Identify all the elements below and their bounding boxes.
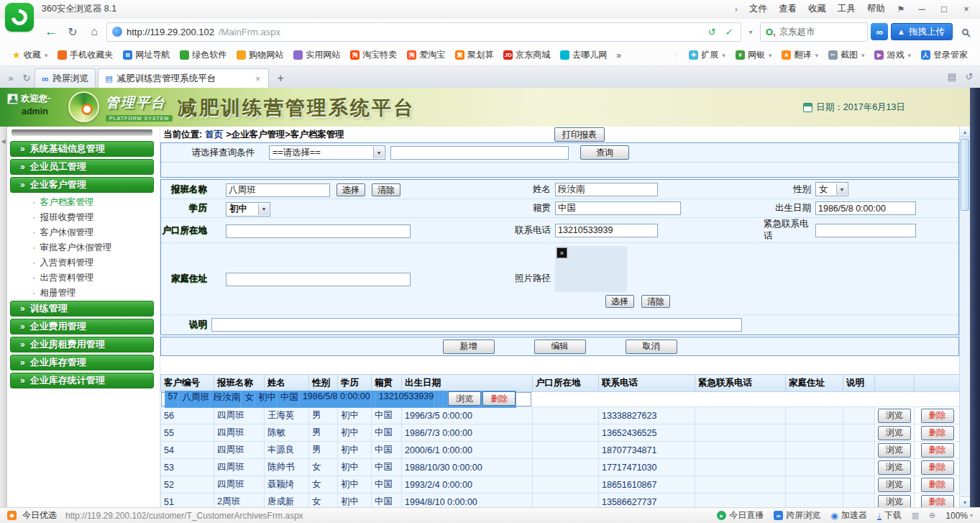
titlebar-menu-item[interactable]: 文件: [743, 1, 773, 17]
browser-logo-icon[interactable]: [5, 3, 34, 32]
table-row[interactable]: 52四周班聂颖绮女初中中国1993/2/4 0:00:0018651610867…: [161, 476, 960, 494]
titlebar-menu-item[interactable]: 查看: [773, 1, 802, 17]
breadcrumb-home-link[interactable]: 首页: [205, 129, 223, 141]
edit-button[interactable]: 编辑: [534, 340, 586, 354]
content-scrollbar[interactable]: ▲ ▼: [959, 127, 970, 507]
table-row[interactable]: 53四周班陈帅书女初中中国1988/10/30 0:00:00177174710…: [161, 459, 960, 476]
browse-button[interactable]: 浏览: [878, 409, 911, 423]
birth-date-input[interactable]: [815, 201, 916, 215]
titlebar-menu-item[interactable]: 收藏: [802, 1, 832, 17]
bookmark-item[interactable]: 淘淘宝特卖: [345, 49, 402, 61]
sidebar-sub-item[interactable]: ▪客户休假管理: [10, 225, 154, 240]
class-name-input[interactable]: [226, 183, 330, 197]
bookmark-item[interactable]: 淘爱淘宝: [402, 49, 450, 61]
url-dropdown-icon[interactable]: ▾: [744, 28, 757, 36]
network-icon[interactable]: ⊕: [929, 511, 935, 520]
close-icon[interactable]: ×: [956, 1, 977, 17]
session-restore-icon[interactable]: ↻: [19, 68, 35, 87]
sidebar-group-item[interactable]: »企业库存统计管理: [10, 373, 154, 388]
bookmark-item[interactable]: 实用网站: [288, 49, 345, 61]
home-address-input[interactable]: [226, 273, 411, 286]
sidebar-group-item[interactable]: »企业客户管理: [10, 177, 154, 193]
photo-clear-button[interactable]: 清除: [641, 295, 670, 308]
zoom-control[interactable]: 100%▾: [945, 511, 973, 521]
speed-mode-icon[interactable]: ↺: [705, 27, 718, 37]
delete-button[interactable]: 删除: [921, 460, 954, 475]
address-bar[interactable]: http://119.29.200.102/MainFrm.aspx ↺ ✓: [106, 22, 741, 42]
sidebar-group-item[interactable]: »企业库存管理: [10, 355, 154, 370]
sidebar-group-item[interactable]: »系统基础信息管理: [10, 141, 154, 157]
gender-select[interactable]: 女▼: [815, 182, 848, 196]
feedback-icon[interactable]: ▥: [912, 511, 919, 520]
tab-cross-screen[interactable]: ∞ 跨屏浏览: [35, 68, 96, 88]
phone-input[interactable]: [555, 224, 658, 237]
bookmark-item[interactable]: 购物网站: [232, 49, 288, 61]
sidebar-sub-item[interactable]: ▪报班收费管理: [10, 210, 154, 225]
browse-button[interactable]: 浏览: [878, 495, 911, 508]
sidebar-group-item[interactable]: »企业员工管理: [10, 159, 154, 175]
toolbar-tool-item[interactable]: ✚扩展▾: [684, 49, 731, 61]
delete-button[interactable]: 删除: [921, 426, 954, 440]
back-button[interactable]: ←: [42, 22, 60, 41]
bookmark-item[interactable]: 手机收藏夹: [52, 49, 118, 61]
tab-active[interactable]: ▤ 减肥训练营管理系统平台 ×: [98, 68, 269, 88]
sidebar-sub-item[interactable]: ▪相册管理: [10, 286, 154, 301]
bookmarks-overflow-icon[interactable]: »: [612, 50, 626, 60]
table-row[interactable]: 55四周班陈敏男初中中国1986/7/3 0:00:0013652436525浏…: [161, 424, 960, 442]
menu-expand-icon[interactable]: ›: [730, 4, 743, 14]
bookmark-item[interactable]: 去哪儿网: [555, 49, 612, 61]
compat-mode-icon[interactable]: ✓: [723, 27, 736, 37]
bookmark-item[interactable]: ⊞网址导航: [118, 49, 175, 61]
sidebar-collapse-handle[interactable]: ◀: [0, 127, 7, 507]
photo-select-button[interactable]: 选择: [605, 295, 634, 308]
add-button[interactable]: 新增: [443, 340, 495, 354]
residence-input[interactable]: [226, 224, 411, 238]
sidebar-sub-item[interactable]: ▪入营资料管理: [10, 255, 154, 270]
browse-button[interactable]: 浏览: [878, 443, 911, 458]
sidebar-sub-item[interactable]: ▪出营资料管理: [10, 270, 154, 286]
toolbar-tool-item[interactable]: ▶游戏▾: [869, 49, 916, 61]
table-row[interactable]: 56四周班王海英男初中中国1996/3/5 0:00:0013338827623…: [161, 407, 960, 424]
delete-button[interactable]: 删除: [921, 409, 954, 423]
minimize-icon[interactable]: ─: [911, 1, 933, 17]
emergency-phone-input[interactable]: [815, 224, 916, 237]
query-condition-select[interactable]: ==请选择==▼: [269, 145, 385, 160]
browse-button[interactable]: 浏览: [878, 460, 911, 475]
daily-picks-link[interactable]: 今日优选: [22, 509, 57, 522]
name-input[interactable]: [555, 183, 658, 196]
cancel-button[interactable]: 取消: [626, 340, 677, 354]
toolbar-tool-item[interactable]: ¥网银▾: [731, 49, 777, 61]
cross-screen-icon[interactable]: ∞: [871, 23, 888, 40]
table-row[interactable]: 54四周班丰源良男初中中国2000/6/1 0:00:0018707734871…: [161, 442, 960, 459]
table-row[interactable]: 57八周班段汝南女初中中国1986/5/8 0:00:0013210533939…: [161, 392, 532, 406]
search-box[interactable]: O, 京东超市: [760, 22, 868, 42]
toolbar-tool-item[interactable]: A翻译▾: [777, 49, 823, 61]
cross-screen-button[interactable]: ∞跨屏浏览: [774, 509, 820, 522]
accelerator-button[interactable]: ◉加速器: [830, 509, 866, 522]
search-icon[interactable]: [956, 23, 974, 40]
bookmark-item[interactable]: ★收藏▾: [7, 49, 52, 61]
education-select[interactable]: 初中▼: [226, 202, 270, 217]
sidebar-expand-icon[interactable]: »: [3, 68, 19, 87]
recently-closed-icon[interactable]: ↺: [961, 67, 977, 86]
bookmark-item[interactable]: JD京东商城: [498, 49, 555, 61]
scroll-down-icon[interactable]: ▼: [960, 496, 970, 507]
sidebar-group-item[interactable]: »企业费用管理: [10, 319, 154, 335]
query-button[interactable]: 查询: [580, 145, 629, 160]
drag-upload-button[interactable]: ▲ 拖拽上传: [891, 23, 953, 40]
live-button[interactable]: ▶今日直播: [717, 509, 764, 522]
bookmark-item[interactable]: 聚聚划算: [450, 49, 498, 61]
tab-list-icon[interactable]: ▤: [944, 67, 960, 86]
query-input[interactable]: [390, 146, 569, 160]
sidebar-group-item[interactable]: »企业房租费用管理: [10, 337, 154, 353]
print-report-button[interactable]: 打印报表: [554, 127, 605, 142]
note-input[interactable]: [211, 318, 742, 332]
maximize-icon[interactable]: □: [933, 1, 955, 17]
new-tab-button[interactable]: +: [271, 70, 290, 87]
toolbar-tool-item[interactable]: 人登录管家: [916, 49, 973, 61]
sidebar-sub-item[interactable]: ▪审批客户休假管理: [10, 240, 154, 255]
scroll-up-icon[interactable]: ▲: [960, 127, 970, 137]
tab-close-icon[interactable]: ×: [254, 73, 262, 84]
sidebar-sub-item[interactable]: ▪客户档案管理: [10, 195, 154, 210]
class-clear-button[interactable]: 清除: [372, 183, 400, 196]
